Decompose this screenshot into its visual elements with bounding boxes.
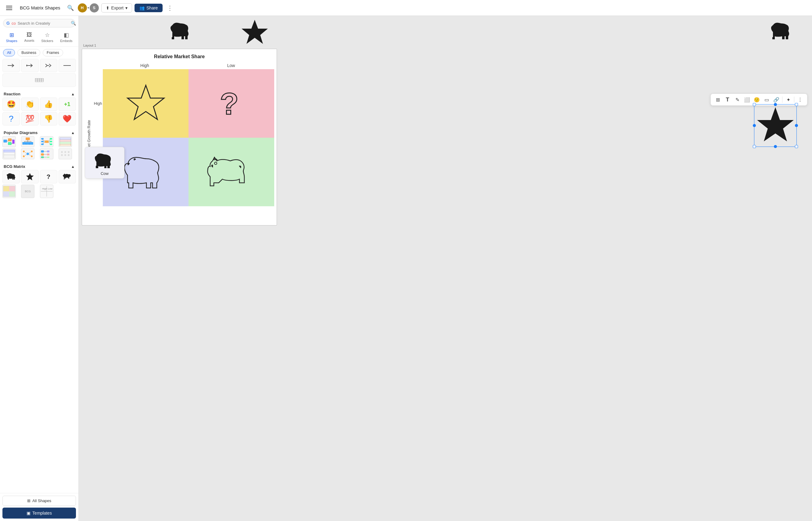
svg-point-93 — [98, 154, 100, 156]
shape-arrow3[interactable] — [40, 59, 57, 72]
reaction-plus1[interactable]: +1 — [59, 97, 76, 111]
reaction-clap[interactable]: 👏 — [21, 97, 39, 111]
bcg-question-shape[interactable]: ? — [40, 170, 57, 183]
diagram-flowchart[interactable] — [2, 136, 16, 147]
ft-link-button[interactable]: 🔗 — [772, 95, 781, 104]
ft-frame-button[interactable]: ⬜ — [743, 95, 752, 104]
bcg-star-shape[interactable] — [21, 170, 39, 183]
tab-assets[interactable]: 🖼 Assets — [23, 30, 36, 44]
shape-arrows-grid — [2, 59, 76, 72]
quadrant-dog[interactable] — [189, 138, 274, 206]
filter-frames[interactable]: Frames — [43, 49, 63, 56]
export-button[interactable]: ⬆ Export ▾ — [101, 3, 132, 13]
svg-point-51 — [23, 155, 25, 157]
diagram-process[interactable] — [40, 149, 54, 159]
templates-icon: ▣ — [26, 511, 30, 516]
section-reaction[interactable]: Reaction ▲ — [2, 89, 76, 97]
shape-arrow1[interactable] — [2, 59, 20, 72]
reaction-thumbsup[interactable]: 👍 — [40, 97, 57, 111]
more-options-button[interactable]: ⋮ — [165, 3, 175, 13]
col-label-high: High — [102, 63, 188, 68]
search-icon[interactable]: 🔍 — [71, 21, 76, 26]
toolbar-divider2 — [794, 96, 794, 103]
svg-rect-17 — [13, 140, 14, 143]
diagram-mindmap[interactable] — [40, 136, 54, 147]
bcg-template1[interactable] — [2, 185, 16, 198]
all-shapes-button[interactable]: ⊞ All Shapes — [2, 496, 76, 506]
svg-rect-47 — [4, 156, 15, 158]
svg-point-72 — [7, 174, 8, 175]
svg-rect-37 — [50, 138, 52, 139]
svg-point-66 — [61, 151, 63, 153]
floating-cow1[interactable] — [169, 20, 196, 43]
reaction-heart[interactable]: ❤️ — [59, 112, 76, 126]
filter-all[interactable]: All — [3, 49, 15, 56]
templates-button[interactable]: ▣ Templates — [2, 507, 76, 519]
layout-container: Layout 1 Relative Market Share High Low … — [82, 49, 277, 225]
reaction-question[interactable]: ? — [2, 112, 20, 126]
quadrant-star[interactable] — [103, 69, 189, 138]
export-icon: ⬆ — [106, 5, 109, 10]
bcg-template2[interactable]: BCG — [21, 185, 35, 198]
avatar-h[interactable]: H — [78, 3, 87, 13]
svg-point-50 — [31, 151, 33, 152]
shape-table[interactable] — [2, 73, 76, 87]
tab-stickers[interactable]: ☆ Stickers — [39, 30, 55, 44]
section-bcg-matrix[interactable]: BCG Matrix ▲ — [2, 162, 76, 170]
bcg-template3[interactable]: HighLow — [40, 185, 54, 198]
document-title[interactable]: BCG Matrix Shapes — [17, 4, 63, 12]
diagram-table2[interactable] — [2, 149, 16, 159]
bcg-cow-shape[interactable] — [2, 170, 20, 183]
svg-point-49 — [23, 151, 25, 152]
svg-marker-94 — [757, 107, 794, 141]
diagram-dots[interactable] — [59, 149, 72, 159]
tab-embeds[interactable]: ◧ Embeds — [58, 30, 74, 44]
tab-shapes[interactable]: ⊞ Shapes — [4, 30, 19, 44]
avatar-dropdown[interactable]: ▾ — [88, 6, 89, 9]
ft-text-button[interactable]: T — [723, 95, 732, 104]
ft-sparkle-button[interactable]: ✦ — [784, 95, 793, 104]
diagram-network[interactable] — [21, 149, 35, 159]
floating-cow2[interactable] — [769, 20, 797, 43]
creately-icon: co — [12, 21, 16, 26]
share-button[interactable]: 👥 Share — [134, 4, 163, 12]
shape-arrow2[interactable] — [21, 59, 39, 72]
ft-emoji-button[interactable]: 🙂 — [752, 95, 761, 104]
svg-line-53 — [25, 152, 26, 153]
reaction-thumbsdown[interactable]: 👎 — [40, 112, 57, 126]
diagram-orgchart[interactable] — [21, 136, 35, 147]
reaction-dancing[interactable]: 🤩 — [2, 97, 20, 111]
section-popular-diagrams[interactable]: Popular Diagrams ▲ — [2, 128, 76, 136]
svg-line-56 — [29, 155, 30, 155]
svg-rect-43 — [60, 144, 71, 146]
avatar-s[interactable]: S — [90, 3, 99, 13]
svg-rect-78 — [3, 191, 9, 197]
cow-label: Cow — [101, 171, 109, 176]
diagram-title: Relative Market Share — [85, 54, 274, 60]
chevron-up-icon2: ▲ — [71, 131, 75, 135]
search-button[interactable]: 🔍 — [66, 3, 76, 13]
floating-star[interactable] — [240, 18, 269, 47]
menu-button[interactable] — [4, 2, 15, 14]
toolbar-divider — [782, 96, 783, 103]
ft-image-button[interactable]: ▭ — [762, 95, 771, 104]
shape-line[interactable] — [59, 59, 76, 72]
bcg-dog-shape[interactable] — [59, 170, 76, 183]
ft-more-button[interactable]: ⋮ — [795, 95, 805, 104]
svg-rect-13 — [8, 139, 11, 141]
quadrant-question[interactable]: ? — [189, 69, 274, 138]
search-bar[interactable]: G co 🔍 — [3, 19, 76, 27]
ft-connect-button[interactable]: ⊞ — [713, 95, 722, 104]
reaction-100[interactable]: 💯 — [21, 112, 39, 126]
ft-edit-button[interactable]: ✎ — [733, 95, 742, 104]
canvas-area[interactable]: ⊞ T ✎ ⬜ 🙂 ▭ 🔗 ✦ ⋮ — [79, 16, 812, 521]
diagram-swimlane[interactable] — [59, 136, 72, 147]
filter-business[interactable]: Business — [17, 49, 40, 56]
svg-rect-64 — [47, 154, 49, 155]
search-input[interactable] — [18, 21, 69, 26]
svg-rect-57 — [41, 151, 44, 152]
sidebar: G co 🔍 ⊞ Shapes 🖼 Assets ☆ Stickers ◧ Em… — [0, 16, 79, 521]
chevron-up-icon: ▲ — [71, 92, 75, 96]
selected-star-element[interactable] — [754, 104, 797, 147]
svg-rect-42 — [60, 142, 71, 144]
